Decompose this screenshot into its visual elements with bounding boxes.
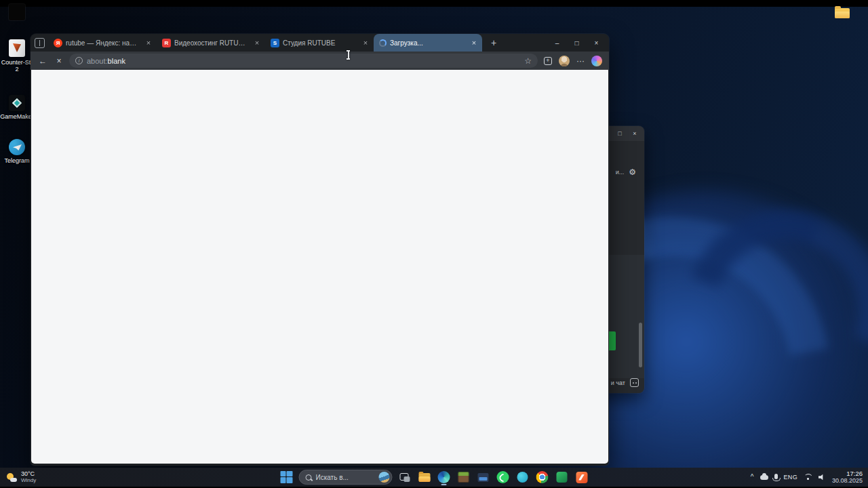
taskbar-icon-whatsapp[interactable]	[496, 469, 511, 485]
tab-title: Студия RUTUBE	[283, 39, 357, 47]
tab-rutube[interactable]: R Видеохостинг RUTUBE. Смотри ×	[157, 34, 265, 52]
studio-favicon: S	[271, 39, 279, 47]
scrollbar-thumb[interactable]	[639, 323, 642, 367]
tab-rutube-studio[interactable]: S Студия RUTUBE ×	[265, 34, 374, 52]
search-daily-image	[379, 472, 390, 483]
chat-panel-icon[interactable]	[630, 378, 639, 387]
folder-icon	[835, 8, 850, 18]
taskbar-icon-blue-folder-app[interactable]	[476, 469, 491, 485]
system-tray: ^ ENG 17:26 30.08.2025	[751, 468, 863, 487]
url-text: about:blank	[87, 57, 125, 65]
close-tab-icon[interactable]: ×	[361, 38, 370, 47]
restore-button[interactable]: □	[613, 127, 627, 140]
taskbar-search[interactable]: Искать в...	[299, 470, 393, 485]
green-button-fragment[interactable]	[608, 331, 616, 350]
desktop-icon-folder[interactable]	[834, 5, 850, 18]
taskbar: 30°C Windy Искать в... ^	[0, 468, 868, 487]
tab-loading-active[interactable]: Загрузка... ×	[374, 34, 482, 52]
chat-label: и чат	[611, 380, 625, 386]
copilot-icon[interactable]	[591, 55, 603, 67]
taskbar-center: Искать в...	[279, 468, 589, 487]
desktop-screen: Counter-Str 2 GameMaker Telegram □ × и..…	[0, 0, 868, 488]
clock[interactable]: 17:26 30.08.2025	[832, 470, 863, 484]
date: 30.08.2025	[832, 477, 863, 484]
blank-page-content	[31, 70, 608, 464]
volume-icon[interactable]	[818, 474, 826, 481]
gamemaker-icon	[9, 95, 25, 111]
more-menu-button[interactable]: ···	[574, 55, 587, 67]
rutube-favicon: R	[162, 39, 171, 47]
letterbox-top	[0, 0, 868, 7]
taskbar-icon-cube-game[interactable]	[456, 469, 471, 485]
cube-icon	[458, 472, 469, 483]
new-tab-button[interactable]: +	[487, 36, 500, 49]
close-tab-icon[interactable]: ×	[144, 38, 153, 47]
tab-strip: Я rutube — Яндекс: нашлось 485 × R Видео…	[31, 34, 609, 52]
stop-loading-button[interactable]: ×	[53, 55, 65, 67]
tab-title: rutube — Яндекс: нашлось 485	[66, 39, 140, 47]
desktop-icon-black-shortcut[interactable]	[9, 4, 25, 20]
folder-icon	[418, 473, 430, 482]
microphone-tray-icon[interactable]	[774, 474, 778, 479]
tab-title: Видеохостинг RUTUBE. Смотри	[174, 39, 249, 47]
desktop-icon-label: Telegram	[4, 157, 29, 164]
taskbar-icon-green-app[interactable]	[555, 469, 570, 485]
taskbar-icon-edge[interactable]	[437, 469, 452, 485]
desktop-icon-label: GameMaker	[0, 113, 34, 120]
counter-strike-2-icon	[9, 39, 25, 57]
tab-actions-menu-icon[interactable]	[35, 38, 45, 48]
collections-icon[interactable]: +	[542, 55, 554, 67]
taskbar-icon-file-explorer[interactable]	[417, 469, 432, 485]
maximize-button[interactable]: □	[567, 34, 587, 52]
address-bar[interactable]: i about:blank ☆	[69, 54, 538, 68]
yandex-favicon: Я	[54, 39, 62, 47]
browser-toolbar: ← × i about:blank ☆ + ···	[31, 52, 609, 70]
window-controls: – □ ×	[547, 34, 606, 52]
wifi-icon[interactable]	[804, 474, 812, 481]
tab-title: Загрузка...	[390, 39, 466, 47]
close-tab-icon[interactable]: ×	[469, 38, 479, 47]
orange-app-icon	[576, 472, 587, 483]
search-icon	[306, 474, 312, 481]
search-placeholder: Искать в...	[316, 474, 375, 481]
settings-row: и... ⚙	[616, 168, 636, 176]
chrome-icon	[536, 471, 549, 483]
task-view-icon	[399, 473, 410, 482]
windows-logo-icon	[280, 471, 293, 484]
cloud-tray-icon[interactable]	[760, 475, 768, 480]
taskbar-icon-orange-app[interactable]	[574, 469, 589, 485]
whatsapp-icon	[497, 471, 509, 483]
chat-row: и чат	[611, 378, 639, 387]
taskbar-icon-teal-app[interactable]	[515, 469, 530, 485]
taskbar-icon-task-view[interactable]	[397, 469, 412, 485]
telegram-icon	[9, 139, 25, 155]
close-tab-icon[interactable]: ×	[252, 38, 262, 47]
site-info-icon[interactable]: i	[75, 57, 83, 64]
truncated-text: и...	[616, 169, 625, 176]
close-button[interactable]: ×	[628, 127, 642, 140]
close-window-button[interactable]: ×	[587, 34, 606, 52]
tab-yandex-search[interactable]: Я rutube — Яндекс: нашлось 485 ×	[48, 34, 157, 52]
teal-app-icon	[517, 472, 528, 483]
back-button[interactable]: ←	[37, 55, 49, 67]
minimize-button[interactable]: –	[547, 34, 567, 52]
language-indicator[interactable]: ENG	[784, 474, 797, 481]
weather-icon	[7, 472, 17, 483]
taskbar-icon-chrome[interactable]	[535, 469, 550, 485]
loading-spinner-icon	[379, 39, 387, 47]
browser-window: Я rutube — Яндекс: нашлось 485 × R Видео…	[31, 34, 609, 466]
weather-temp: 30°C	[21, 471, 36, 478]
edge-icon	[438, 471, 450, 483]
start-button[interactable]	[279, 469, 294, 485]
weather-condition: Windy	[21, 477, 36, 484]
weather-widget[interactable]: 30°C Windy	[4, 468, 39, 487]
time: 17:26	[846, 470, 863, 477]
favorite-star-icon[interactable]: ☆	[524, 56, 532, 66]
gear-icon[interactable]: ⚙	[629, 168, 636, 176]
blue-folder-icon	[478, 473, 489, 482]
url-path: blank	[108, 57, 125, 65]
hidden-icons-chevron[interactable]: ^	[751, 474, 754, 481]
green-app-icon	[557, 472, 568, 483]
profile-avatar[interactable]	[558, 55, 570, 67]
url-scheme: about:	[87, 57, 108, 65]
